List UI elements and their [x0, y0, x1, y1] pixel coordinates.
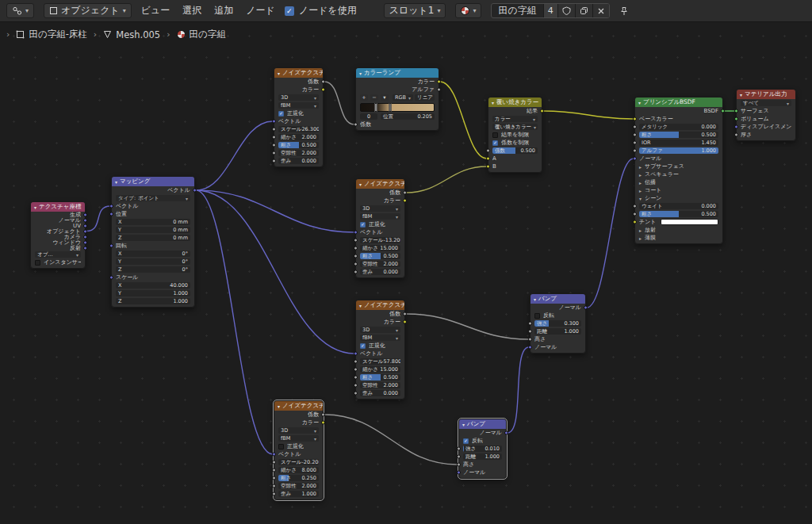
node-mapping[interactable]: ▾マッピングベクトルタイプ:ポイント▾ベクトル位置X0 mmY0 mmZ0 mm… [111, 176, 195, 308]
socket-ramp-color[interactable] [437, 80, 441, 84]
blend_mode-dropdown[interactable]: 覆い焼きカラー▾ [492, 124, 538, 130]
panel_sheen[interactable]: ▾シーン [635, 194, 722, 202]
metallic-field[interactable]: メタリック0.000 [639, 124, 718, 130]
collapse-icon[interactable]: ▾ [359, 71, 362, 76]
socket-bump2-normal_in[interactable] [457, 471, 461, 475]
clamp_result-checkbox[interactable] [492, 132, 498, 138]
socket-noise3-lacunarity[interactable] [354, 384, 358, 388]
ramp-add-button[interactable]: + [360, 94, 368, 101]
socket-noise2-fac[interactable] [403, 191, 407, 195]
socket-noise3-vector_in[interactable] [354, 352, 358, 356]
socket-principled-bsdf[interactable] [721, 109, 725, 113]
socket-principled-roughness[interactable] [633, 133, 637, 137]
normalize-checkbox[interactable]: ✓ [360, 222, 366, 228]
socket-noise3-scale[interactable] [354, 360, 358, 364]
panel_subsurface[interactable]: ▸サブサーフェス [635, 163, 722, 170]
socket-principled-alpha[interactable] [633, 149, 637, 153]
scale-field[interactable]: スケール57.800 [360, 358, 400, 365]
socket-bump2-height[interactable] [457, 463, 461, 467]
node-bump2[interactable]: ▾バンプノーマル✓反転強さ0.010距離1.000高さノーマル [458, 419, 507, 479]
normalize-checkbox[interactable]: ✓ [360, 343, 366, 349]
noise_type-dropdown[interactable]: fBM▾ [360, 335, 400, 341]
distortion-field[interactable]: 歪み1.000 [278, 491, 319, 497]
socket-noise1-color[interactable] [321, 88, 325, 92]
lacunarity-field[interactable]: 空隙性2.000 [360, 382, 400, 388]
ramp-stop-handle[interactable] [374, 103, 377, 112]
chevron-right-icon[interactable]: › [6, 29, 10, 40]
strength-field[interactable]: 強さ0.010 [463, 446, 502, 452]
wire-bump2.normal-bump1.normal_in[interactable] [508, 347, 529, 433]
socket-mix-factor[interactable] [486, 149, 490, 153]
menu-add[interactable]: 追加 [214, 4, 233, 17]
socket-noise1-scale[interactable] [272, 128, 276, 132]
socket-principled-sheen_roughness[interactable] [633, 212, 637, 216]
socket-ramp-alpha[interactable] [437, 88, 441, 92]
rot_z-field[interactable]: Z0° [116, 266, 190, 273]
slot-dropdown[interactable]: スロット1 ▾ [384, 3, 446, 18]
socket-noise1-detail[interactable] [272, 136, 276, 140]
socket-output-displacement[interactable] [734, 125, 738, 129]
from_instancer-checkbox[interactable] [35, 260, 40, 266]
wire-noise3.fac-bump1.height[interactable] [406, 314, 529, 339]
socket-texcoord-normal[interactable] [83, 218, 87, 222]
socket-bump1-distance[interactable] [528, 330, 532, 334]
wire-mapping.vector_out-noise1.vector_in[interactable] [196, 121, 273, 190]
socket-output-thickness[interactable] [734, 133, 738, 137]
socket-noise3-roughness[interactable] [354, 376, 358, 380]
socket-texcoord-object[interactable] [83, 229, 87, 233]
panel_thinfilm[interactable]: ▸薄膜 [635, 234, 722, 242]
collapse-icon[interactable]: ▾ [462, 422, 465, 427]
socket-bump1-strength[interactable] [528, 322, 532, 326]
socket-mapping-vector_out[interactable] [193, 189, 197, 193]
socket-noise2-detail[interactable] [354, 247, 358, 251]
socket-noise4-fac[interactable] [321, 413, 325, 417]
type-dropdown[interactable]: タイプ:ポイント▾ [116, 195, 190, 201]
dimensions-dropdown[interactable]: 3D▾ [278, 94, 319, 101]
loc_y-field[interactable]: Y0 mm [116, 227, 190, 233]
socket-bump1-height[interactable] [528, 338, 532, 342]
socket-mapping-scale[interactable] [109, 276, 113, 280]
detail-field[interactable]: 細かさ15.000 [360, 366, 400, 373]
pin-button[interactable] [619, 6, 629, 16]
loc_x-field[interactable]: X0 mm [116, 219, 190, 225]
scale_x-field[interactable]: X40.000 [116, 282, 190, 289]
socket-noise2-roughness[interactable] [354, 254, 358, 258]
ramp-color-mode-dropdown[interactable]: RGB▾ [393, 94, 413, 101]
panel_coat[interactable]: ▸コート [635, 186, 722, 194]
breadcrumb-material[interactable]: 田の字組 [177, 29, 226, 40]
socket-noise4-detail[interactable] [272, 469, 276, 472]
collapse-icon[interactable]: ▾ [115, 179, 117, 185]
distortion-field[interactable]: 歪み0.000 [360, 390, 400, 396]
socket-noise1-lacunarity[interactable] [272, 151, 276, 155]
ramp-interpolation-dropdown[interactable]: リニア▾ [415, 94, 435, 101]
noise_type-dropdown[interactable]: fBM▾ [278, 435, 319, 442]
wire-mapping.vector_out-noise3.vector_in[interactable] [196, 190, 354, 354]
scale-field[interactable]: スケール-13.200 [360, 237, 400, 243]
wire-noise4.fac-bump2.height[interactable] [324, 415, 458, 465]
menu-view[interactable]: ビュー [141, 4, 170, 17]
strength-field[interactable]: 強さ0.300 [534, 320, 581, 327]
wire-mapping.vector_out-noise4.vector_in[interactable] [196, 190, 273, 454]
ramp-stop-index-field[interactable]: 0 [360, 113, 377, 120]
editor-type-button[interactable]: ▾ [6, 3, 34, 18]
normalize-checkbox[interactable] [278, 444, 284, 449]
socket-principled-sheen_weight[interactable] [633, 205, 637, 208]
socket-noise2-lacunarity[interactable] [354, 262, 358, 266]
node-output[interactable]: ▾マテリアル出力すべて▾サーフェスボリュームディスプレイスメント厚さ [736, 89, 796, 141]
ramp-remove-button[interactable]: − [370, 94, 378, 101]
wire-noise2.fac-mix.b[interactable] [406, 166, 487, 193]
socket-principled-metallic[interactable] [633, 125, 637, 129]
scale_y-field[interactable]: Y1.000 [116, 290, 190, 296]
fake-user-button[interactable] [557, 4, 575, 17]
roughness-field[interactable]: 粗さ0.500 [278, 142, 319, 148]
socket-mapping-vector_in[interactable] [109, 205, 113, 208]
socket-principled-ior[interactable] [633, 141, 637, 145]
distance-field[interactable]: 距離1.000 [534, 328, 581, 335]
wire-mix.result-principled.basecolor[interactable] [543, 111, 634, 119]
use-nodes-checkbox[interactable]: ✓ ノードを使用 [285, 4, 357, 17]
socket-noise4-distortion[interactable] [272, 492, 276, 496]
socket-noise2-color[interactable] [403, 199, 407, 203]
socket-output-volume[interactable] [734, 117, 738, 121]
collapse-icon[interactable]: ▾ [740, 92, 742, 98]
sheen_tint-swatch[interactable] [661, 219, 719, 225]
